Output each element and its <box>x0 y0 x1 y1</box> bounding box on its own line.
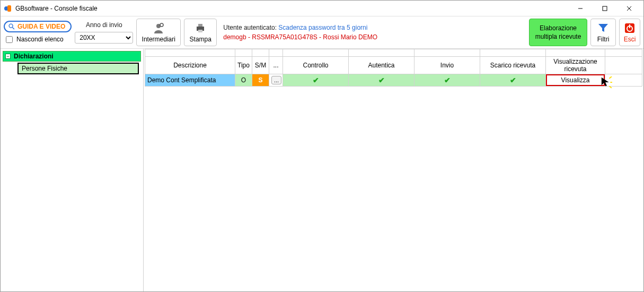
stampa-button[interactable]: Stampa <box>184 19 217 46</box>
cell-empty <box>605 74 642 87</box>
th-empty <box>605 57 642 74</box>
year-select[interactable]: 20XX <box>75 32 133 44</box>
tree-root[interactable]: − Dichiarazioni <box>3 51 141 62</box>
hide-list-checkbox[interactable] <box>6 36 13 43</box>
guide-video-label: GUIDA E VIDEO <box>17 23 65 30</box>
svg-rect-12 <box>198 30 202 32</box>
row-more-button[interactable]: ... <box>271 76 281 84</box>
svg-line-7 <box>12 27 14 29</box>
funnel-icon <box>597 22 610 35</box>
auth-status: Scadenza password tra 5 giorni <box>278 24 367 31</box>
auth-label: Utente autenticato: <box>223 24 277 31</box>
tree-child-label: Persone Fisiche <box>22 65 67 72</box>
search-icon <box>8 23 15 30</box>
cell-autentica: ✔ <box>349 74 414 87</box>
esci-label: Esci <box>624 36 636 43</box>
cell-visualizzazione[interactable]: Visualizza <box>546 74 605 87</box>
svg-point-9 <box>160 23 163 27</box>
titlebar: GBsoftware - Console fiscale <box>1 1 643 16</box>
year-label: Anno di invio <box>86 21 122 29</box>
svg-rect-3 <box>603 6 607 11</box>
elab-label-line2: multipla ricevute <box>535 33 581 40</box>
tree-child-persone-fisiche[interactable]: Persone Fisiche <box>17 63 139 74</box>
elaborazione-button[interactable]: Elaborazione multipla ricevute <box>529 19 587 46</box>
th-tipo[interactable]: Tipo <box>235 57 252 74</box>
th-more[interactable]: ... <box>269 57 283 74</box>
hide-list-checkbox-wrap[interactable]: Nascondi elenco <box>4 35 72 45</box>
visualizza-button[interactable]: Visualizza <box>546 74 605 86</box>
check-icon: ✔ <box>444 76 451 84</box>
declarations-table: Descrizione Tipo S/M ... Controllo Auten… <box>145 49 642 87</box>
window-maximize-button[interactable] <box>593 1 617 16</box>
svg-point-6 <box>9 24 13 28</box>
cell-invio: ✔ <box>414 74 480 87</box>
th-visualizzazione-l2: ricevuta <box>548 65 603 73</box>
cell-more[interactable]: ... <box>269 74 283 87</box>
auth-detail: demogb - RSSMRA75A01G478S - Rossi Mario … <box>223 33 526 41</box>
th-visualizzazione-l1: Visualizzazione <box>548 58 603 65</box>
top-toolbar: GUIDA E VIDEO Nascondi elenco Anno di in… <box>1 16 643 49</box>
th-invio[interactable]: Invio <box>414 57 480 74</box>
window-close-button[interactable] <box>617 1 641 16</box>
check-icon: ✔ <box>313 76 319 84</box>
svg-rect-11 <box>198 24 202 27</box>
cell-sm: S <box>252 74 269 87</box>
check-icon: ✔ <box>510 76 516 84</box>
collapse-icon[interactable]: − <box>5 54 11 59</box>
app-icon <box>4 4 12 13</box>
cell-descrizione[interactable]: Demo Cont Semplificata <box>145 74 235 87</box>
th-visualizzazione[interactable]: Visualizzazione ricevuta <box>546 57 605 74</box>
intermediari-label: Intermediari <box>142 36 175 43</box>
cell-controllo: ✔ <box>283 74 349 87</box>
cell-scarico: ✔ <box>480 74 546 87</box>
tree-root-label: Dichiarazioni <box>14 53 54 60</box>
window-title: GBsoftware - Console fiscale <box>15 5 98 12</box>
esci-button[interactable]: Esci <box>619 19 640 46</box>
guide-video-button[interactable]: GUIDA E VIDEO <box>4 21 72 32</box>
th-descrizione[interactable]: Descrizione <box>145 57 235 74</box>
filtri-label: Filtri <box>597 36 610 43</box>
th-autentica[interactable]: Autentica <box>349 57 414 74</box>
printer-icon <box>194 22 207 35</box>
th-sm[interactable]: S/M <box>252 57 269 74</box>
cell-tipo: O <box>235 74 252 87</box>
table-row[interactable]: Demo Cont Semplificata O S ... ✔ ✔ ✔ <box>145 74 642 87</box>
th-scarico[interactable]: Scarico ricevuta <box>480 57 546 74</box>
check-icon: ✔ <box>378 76 385 84</box>
gear-person-icon <box>152 22 165 35</box>
window-minimize-button[interactable] <box>568 1 593 16</box>
th-controllo[interactable]: Controllo <box>283 57 349 74</box>
sidebar-tree: − Dichiarazioni Persone Fisiche <box>1 49 144 291</box>
intermediari-button[interactable]: Intermediari <box>136 19 181 46</box>
elab-label-line1: Elaborazione <box>540 24 577 32</box>
svg-rect-1 <box>7 5 11 12</box>
stampa-label: Stampa <box>190 36 211 43</box>
svg-line-19 <box>610 86 612 88</box>
main-pane: Descrizione Tipo S/M ... Controllo Auten… <box>144 49 643 291</box>
filtri-button[interactable]: Filtri <box>590 19 616 46</box>
auth-info: Utente autenticato: Scadenza password tr… <box>220 19 526 46</box>
hide-list-label: Nascondi elenco <box>16 36 64 43</box>
power-icon <box>623 22 636 35</box>
